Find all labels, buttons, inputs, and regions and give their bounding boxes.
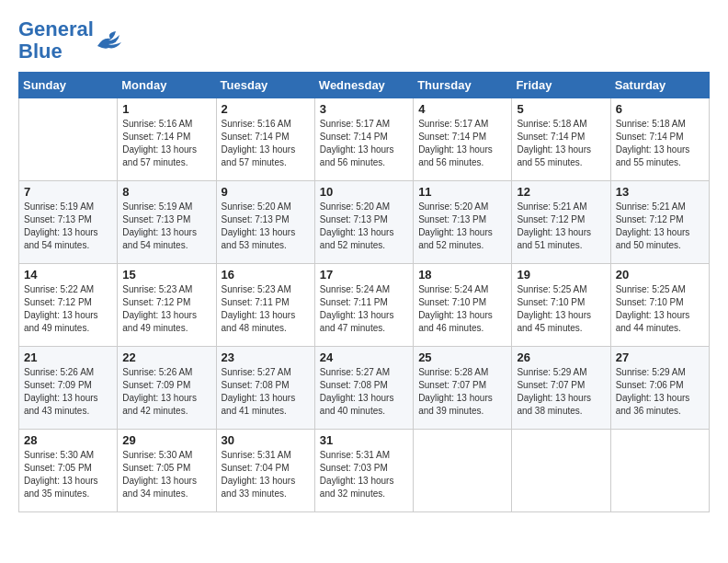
day-number: 24: [320, 350, 408, 364]
calendar-cell: 1Sunrise: 5:16 AM Sunset: 7:14 PM Daylig…: [118, 98, 216, 181]
calendar-cell: 26Sunrise: 5:29 AM Sunset: 7:07 PM Dayli…: [512, 347, 610, 430]
calendar-table: SundayMondayTuesdayWednesdayThursdayFrid…: [18, 72, 710, 512]
day-info: Sunrise: 5:31 AM Sunset: 7:04 PM Dayligh…: [222, 449, 310, 500]
calendar-cell: 28Sunrise: 5:30 AM Sunset: 7:05 PM Dayli…: [19, 430, 118, 512]
day-info: Sunrise: 5:24 AM Sunset: 7:10 PM Dayligh…: [418, 283, 506, 335]
day-info: Sunrise: 5:18 AM Sunset: 7:14 PM Dayligh…: [616, 118, 704, 169]
day-number: 3: [320, 102, 408, 116]
logo: General Blue: [18, 18, 123, 63]
day-info: Sunrise: 5:26 AM Sunset: 7:09 PM Dayligh…: [122, 366, 210, 418]
day-number: 28: [24, 433, 112, 447]
weekday-header-sunday: Sunday: [19, 73, 118, 98]
day-number: 30: [222, 433, 310, 447]
day-info: Sunrise: 5:20 AM Sunset: 7:13 PM Dayligh…: [418, 201, 506, 252]
calendar-cell: 31Sunrise: 5:31 AM Sunset: 7:03 PM Dayli…: [314, 430, 413, 512]
calendar-cell: 6Sunrise: 5:18 AM Sunset: 7:14 PM Daylig…: [610, 98, 709, 181]
calendar-cell: 29Sunrise: 5:30 AM Sunset: 7:05 PM Dayli…: [118, 430, 216, 512]
day-info: Sunrise: 5:23 AM Sunset: 7:11 PM Dayligh…: [222, 283, 310, 335]
calendar-week-row: 21Sunrise: 5:26 AM Sunset: 7:09 PM Dayli…: [19, 347, 710, 430]
day-number: 1: [122, 102, 210, 116]
weekday-header-saturday: Saturday: [610, 73, 709, 98]
weekday-header-tuesday: Tuesday: [216, 73, 314, 98]
day-info: Sunrise: 5:30 AM Sunset: 7:05 PM Dayligh…: [122, 449, 210, 500]
calendar-cell: 19Sunrise: 5:25 AM Sunset: 7:10 PM Dayli…: [512, 264, 610, 347]
calendar-cell: 23Sunrise: 5:27 AM Sunset: 7:08 PM Dayli…: [216, 347, 314, 430]
calendar-week-row: 14Sunrise: 5:22 AM Sunset: 7:12 PM Dayli…: [19, 264, 710, 347]
weekday-header-monday: Monday: [118, 73, 216, 98]
calendar-cell: [19, 98, 118, 181]
calendar-week-row: 28Sunrise: 5:30 AM Sunset: 7:05 PM Dayli…: [19, 430, 710, 512]
day-number: 7: [24, 185, 112, 199]
day-info: Sunrise: 5:25 AM Sunset: 7:10 PM Dayligh…: [517, 283, 605, 335]
day-info: Sunrise: 5:26 AM Sunset: 7:09 PM Dayligh…: [24, 366, 112, 418]
day-info: Sunrise: 5:16 AM Sunset: 7:14 PM Dayligh…: [222, 118, 310, 169]
calendar-cell: 25Sunrise: 5:28 AM Sunset: 7:07 PM Dayli…: [414, 347, 512, 430]
page-header: General Blue: [18, 18, 710, 63]
day-number: 25: [418, 350, 506, 364]
day-info: Sunrise: 5:29 AM Sunset: 7:07 PM Dayligh…: [517, 366, 605, 418]
calendar-cell: 7Sunrise: 5:19 AM Sunset: 7:13 PM Daylig…: [19, 181, 118, 264]
day-number: 15: [122, 268, 210, 282]
day-number: 4: [418, 102, 506, 116]
day-info: Sunrise: 5:21 AM Sunset: 7:12 PM Dayligh…: [517, 201, 605, 252]
day-info: Sunrise: 5:27 AM Sunset: 7:08 PM Dayligh…: [320, 366, 408, 418]
day-info: Sunrise: 5:17 AM Sunset: 7:14 PM Dayligh…: [418, 118, 506, 169]
day-info: Sunrise: 5:24 AM Sunset: 7:11 PM Dayligh…: [320, 283, 408, 335]
calendar-cell: 5Sunrise: 5:18 AM Sunset: 7:14 PM Daylig…: [512, 98, 610, 181]
calendar-cell: 24Sunrise: 5:27 AM Sunset: 7:08 PM Dayli…: [314, 347, 413, 430]
day-number: 2: [222, 102, 310, 116]
day-number: 12: [517, 185, 605, 199]
calendar-week-row: 1Sunrise: 5:16 AM Sunset: 7:14 PM Daylig…: [19, 98, 710, 181]
calendar-cell: [610, 430, 709, 512]
day-number: 29: [122, 433, 210, 447]
calendar-cell: 20Sunrise: 5:25 AM Sunset: 7:10 PM Dayli…: [610, 264, 709, 347]
calendar-cell: 2Sunrise: 5:16 AM Sunset: 7:14 PM Daylig…: [216, 98, 314, 181]
day-number: 16: [222, 268, 310, 282]
day-info: Sunrise: 5:16 AM Sunset: 7:14 PM Dayligh…: [122, 118, 210, 169]
calendar-cell: 12Sunrise: 5:21 AM Sunset: 7:12 PM Dayli…: [512, 181, 610, 264]
day-info: Sunrise: 5:22 AM Sunset: 7:12 PM Dayligh…: [24, 283, 112, 335]
day-info: Sunrise: 5:20 AM Sunset: 7:13 PM Dayligh…: [222, 201, 310, 252]
calendar-cell: 27Sunrise: 5:29 AM Sunset: 7:06 PM Dayli…: [610, 347, 709, 430]
calendar-cell: 9Sunrise: 5:20 AM Sunset: 7:13 PM Daylig…: [216, 181, 314, 264]
day-info: Sunrise: 5:19 AM Sunset: 7:13 PM Dayligh…: [24, 201, 112, 252]
day-info: Sunrise: 5:18 AM Sunset: 7:14 PM Dayligh…: [517, 118, 605, 169]
day-number: 20: [616, 268, 704, 282]
day-info: Sunrise: 5:31 AM Sunset: 7:03 PM Dayligh…: [320, 449, 408, 500]
day-number: 31: [320, 433, 408, 447]
day-number: 23: [222, 350, 310, 364]
calendar-cell: 10Sunrise: 5:20 AM Sunset: 7:13 PM Dayli…: [314, 181, 413, 264]
calendar-cell: 17Sunrise: 5:24 AM Sunset: 7:11 PM Dayli…: [314, 264, 413, 347]
day-number: 17: [320, 268, 408, 282]
calendar-cell: 11Sunrise: 5:20 AM Sunset: 7:13 PM Dayli…: [414, 181, 512, 264]
day-info: Sunrise: 5:30 AM Sunset: 7:05 PM Dayligh…: [24, 449, 112, 500]
day-number: 19: [517, 268, 605, 282]
day-info: Sunrise: 5:19 AM Sunset: 7:13 PM Dayligh…: [122, 201, 210, 252]
calendar-cell: 21Sunrise: 5:26 AM Sunset: 7:09 PM Dayli…: [19, 347, 118, 430]
calendar-cell: 22Sunrise: 5:26 AM Sunset: 7:09 PM Dayli…: [118, 347, 216, 430]
weekday-header-wednesday: Wednesday: [314, 73, 413, 98]
day-number: 26: [517, 350, 605, 364]
calendar-cell: 3Sunrise: 5:17 AM Sunset: 7:14 PM Daylig…: [314, 98, 413, 181]
calendar-cell: 14Sunrise: 5:22 AM Sunset: 7:12 PM Dayli…: [19, 264, 118, 347]
day-number: 14: [24, 268, 112, 282]
weekday-header-friday: Friday: [512, 73, 610, 98]
day-number: 11: [418, 185, 506, 199]
calendar-cell: [512, 430, 610, 512]
logo-bird-icon: [96, 29, 123, 52]
calendar-cell: 8Sunrise: 5:19 AM Sunset: 7:13 PM Daylig…: [118, 181, 216, 264]
calendar-cell: 18Sunrise: 5:24 AM Sunset: 7:10 PM Dayli…: [414, 264, 512, 347]
day-info: Sunrise: 5:17 AM Sunset: 7:14 PM Dayligh…: [320, 118, 408, 169]
calendar-cell: 16Sunrise: 5:23 AM Sunset: 7:11 PM Dayli…: [216, 264, 314, 347]
day-number: 10: [320, 185, 408, 199]
calendar-header-row: SundayMondayTuesdayWednesdayThursdayFrid…: [19, 73, 710, 98]
day-info: Sunrise: 5:23 AM Sunset: 7:12 PM Dayligh…: [122, 283, 210, 335]
day-number: 21: [24, 350, 112, 364]
calendar-cell: 13Sunrise: 5:21 AM Sunset: 7:12 PM Dayli…: [610, 181, 709, 264]
day-number: 13: [616, 185, 704, 199]
day-number: 8: [122, 185, 210, 199]
calendar-cell: 30Sunrise: 5:31 AM Sunset: 7:04 PM Dayli…: [216, 430, 314, 512]
calendar-week-row: 7Sunrise: 5:19 AM Sunset: 7:13 PM Daylig…: [19, 181, 710, 264]
day-number: 6: [616, 102, 704, 116]
day-info: Sunrise: 5:20 AM Sunset: 7:13 PM Dayligh…: [320, 201, 408, 252]
